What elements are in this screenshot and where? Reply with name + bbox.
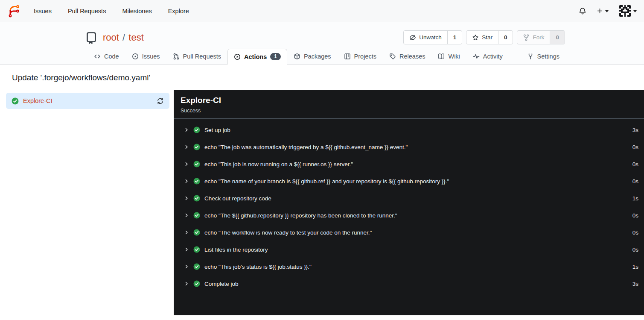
sync-icon[interactable]: [157, 97, 164, 105]
check-circle-icon: [193, 280, 200, 287]
chevron-right-icon: [184, 247, 189, 252]
step-name: Set up job: [204, 127, 230, 133]
repo-name-link[interactable]: test: [128, 32, 143, 43]
tab-actions-label: Actions: [244, 53, 267, 60]
job-item-explore-ci[interactable]: Explore-CI: [6, 93, 169, 109]
star-count[interactable]: 0: [498, 31, 513, 44]
repo-header: root / test Unwatch 1: [0, 22, 644, 65]
notifications-button[interactable]: [579, 7, 586, 15]
step-row[interactable]: echo "The ${{ github.repository }} repos…: [174, 207, 644, 224]
step-row[interactable]: echo "This job's status is ${{ job.statu…: [174, 258, 644, 275]
repo-actions: Unwatch 1 Star 0: [403, 30, 565, 44]
user-menu-button[interactable]: [619, 5, 637, 17]
step-row[interactable]: Complete job 3s: [174, 275, 644, 292]
unwatch-button[interactable]: Unwatch: [404, 31, 447, 44]
tab-activity-label: Activity: [483, 53, 503, 60]
step-duration: 0s: [632, 247, 638, 253]
package-icon: [294, 53, 300, 60]
tab-packages[interactable]: Packages: [287, 49, 338, 64]
step-duration: 0s: [632, 212, 638, 219]
fork-button-group: Fork 0: [517, 30, 565, 44]
play-circle-icon: [234, 53, 241, 60]
step-row[interactable]: Check out repository code 1s: [174, 190, 644, 207]
check-circle-icon: [193, 263, 200, 270]
step-row[interactable]: List files in the repository 0s: [174, 241, 644, 258]
step-row[interactable]: echo "The name of your branch is ${{ git…: [174, 173, 644, 190]
repo-tabs: Code Issues Pull Requests: [0, 49, 644, 65]
tools-icon: [527, 53, 534, 60]
repo-owner-link[interactable]: root: [103, 32, 119, 43]
repo-separator: /: [122, 32, 125, 43]
unwatch-button-group: Unwatch 1: [403, 30, 462, 44]
job-name: Explore-CI: [23, 97, 52, 104]
tab-wiki-label: Wiki: [448, 53, 460, 60]
tab-releases[interactable]: Releases: [383, 49, 431, 64]
issue-icon: [132, 53, 139, 60]
step-duration: 3s: [632, 281, 638, 287]
check-circle-icon: [193, 126, 200, 133]
check-circle-icon: [193, 229, 200, 236]
actions-count-badge: 1: [270, 53, 281, 60]
star-button-group: Star 0: [466, 30, 513, 44]
step-duration: 1s: [632, 264, 638, 270]
step-name: echo "The name of your branch is ${{ git…: [204, 178, 449, 185]
chevron-right-icon: [184, 264, 189, 269]
star-button[interactable]: Star: [466, 31, 498, 44]
nav-explore[interactable]: Explore: [168, 8, 189, 15]
tab-releases-label: Releases: [399, 53, 425, 60]
caret-down-icon: [605, 10, 609, 12]
step-row[interactable]: echo "The workflow is now ready to test …: [174, 224, 644, 241]
step-name: List files in the repository: [204, 247, 268, 253]
chevron-right-icon: [184, 281, 189, 286]
step-row[interactable]: echo "The job was automatically triggere…: [174, 138, 644, 156]
top-navbar: Issues Pull Requests Milestones Explore: [0, 0, 644, 22]
steps-list: Set up job 3s echo "The job was automati…: [174, 119, 644, 292]
nav-pull-requests[interactable]: Pull Requests: [68, 8, 106, 15]
nav-issues[interactable]: Issues: [34, 8, 52, 15]
repo-title: root / test: [85, 31, 144, 44]
book-icon: [438, 53, 445, 60]
tab-activity[interactable]: Activity: [466, 49, 509, 64]
forgejo-logo[interactable]: [7, 4, 22, 18]
tab-actions[interactable]: Actions 1: [227, 49, 287, 65]
tab-settings[interactable]: Settings: [521, 49, 566, 64]
repo-book-icon: [85, 31, 98, 44]
tab-code[interactable]: Code: [87, 49, 125, 64]
chevron-right-icon: [184, 144, 189, 150]
chevron-right-icon: [184, 127, 189, 132]
step-name: Check out repository code: [204, 195, 271, 202]
job-log-panel: Explore-CI Success Set up job 3s echo "T…: [174, 90, 644, 315]
pull-request-icon: [173, 53, 180, 60]
tab-issues[interactable]: Issues: [125, 49, 166, 64]
step-row[interactable]: echo "This job is now running on a ${{ r…: [174, 156, 644, 173]
step-name: echo "This job's status is ${{ job.statu…: [204, 264, 312, 270]
tab-projects[interactable]: Projects: [338, 49, 383, 64]
fork-button[interactable]: Fork: [517, 31, 550, 44]
log-job-status: Success: [181, 108, 637, 114]
nav-links: Issues Pull Requests Milestones Explore: [34, 8, 189, 15]
nav-milestones[interactable]: Milestones: [122, 8, 152, 15]
step-name: echo "This job is now running on a ${{ r…: [204, 161, 353, 167]
watch-count[interactable]: 1: [447, 31, 462, 44]
run-title: Update '.forgejo/workflows/demo.yaml': [12, 73, 632, 82]
check-circle-icon: [193, 144, 200, 150]
chevron-right-icon: [184, 230, 189, 235]
tab-wiki[interactable]: Wiki: [431, 49, 466, 64]
run-content: Explore-CI Explore-CI Success Set up job…: [0, 90, 644, 315]
check-circle-icon: [12, 97, 19, 105]
check-circle-icon: [193, 178, 200, 185]
step-duration: 0s: [632, 161, 638, 167]
fork-count: 0: [550, 31, 565, 44]
step-name: echo "The workflow is now ready to test …: [204, 229, 372, 236]
check-circle-icon: [193, 161, 200, 167]
tab-pull-requests[interactable]: Pull Requests: [166, 49, 227, 64]
tab-packages-label: Packages: [304, 53, 331, 60]
fork-label: Fork: [533, 34, 544, 41]
chevron-right-icon: [184, 179, 189, 184]
tab-code-label: Code: [104, 53, 119, 60]
step-name: echo "The job was automatically triggere…: [204, 144, 408, 150]
create-new-button[interactable]: [597, 8, 609, 14]
plus-icon: [597, 8, 603, 14]
nav-right: [579, 5, 637, 17]
step-row[interactable]: Set up job 3s: [174, 121, 644, 138]
